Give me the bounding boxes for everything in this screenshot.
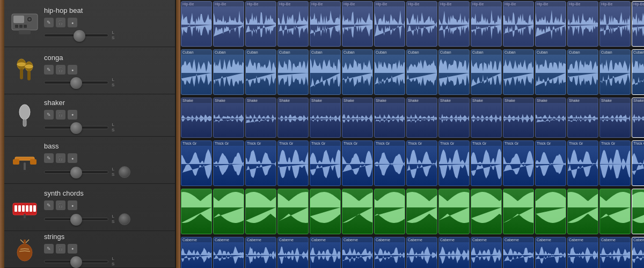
clip-strings-8[interactable]: Caberne bbox=[438, 237, 470, 268]
clip-synth-6[interactable] bbox=[374, 189, 405, 234]
clip-strings-11[interactable]: Caberne bbox=[535, 237, 566, 268]
clip-synth-0[interactable] bbox=[181, 189, 212, 234]
clip-strings-9[interactable]: Caberne bbox=[471, 237, 502, 268]
clip-conga-6[interactable]: Cuban bbox=[374, 49, 405, 95]
clip-hiphop-0[interactable]: Hip-Be bbox=[181, 1, 212, 47]
clip-bass-5[interactable]: Thick Gr bbox=[342, 140, 373, 186]
clip-shaker-1[interactable]: Shake bbox=[213, 98, 244, 138]
clip-bass-1[interactable]: Thick Gr bbox=[213, 140, 244, 186]
clip-strings-3[interactable]: Caberne bbox=[277, 237, 309, 268]
clip-conga-9[interactable]: Cuban bbox=[471, 49, 502, 95]
clip-conga-3[interactable]: Cuban bbox=[277, 49, 309, 95]
clip-bass-10[interactable]: Thick Gr bbox=[503, 140, 534, 186]
clip-conga-5[interactable]: Cuban bbox=[342, 49, 373, 95]
clip-hiphop-12[interactable]: Hip-Be bbox=[567, 1, 598, 47]
clip-synth-4[interactable] bbox=[310, 189, 341, 234]
clip-synth-7[interactable] bbox=[406, 189, 437, 234]
fader-track-synth[interactable] bbox=[44, 218, 108, 221]
clip-hiphop-2[interactable]: Hip-Be bbox=[245, 1, 276, 47]
clip-hiphop-1[interactable]: Hip-Be bbox=[213, 1, 244, 47]
clip-hiphop-3[interactable]: Hip-Be bbox=[277, 1, 309, 47]
clip-synth-14[interactable] bbox=[632, 189, 644, 234]
clip-shaker-11[interactable]: Shake bbox=[535, 98, 566, 138]
edit-button-strings[interactable]: ✎ bbox=[44, 244, 54, 254]
edit-button-hiphop[interactable]: ✎ bbox=[44, 18, 54, 27]
clip-conga-4[interactable]: Cuban bbox=[310, 49, 341, 95]
clip-hiphop-13[interactable]: Hip-Be bbox=[599, 1, 631, 47]
clip-bass-6[interactable]: Thick Gr bbox=[374, 140, 405, 186]
clip-hiphop-9[interactable]: Hip-Be bbox=[471, 1, 502, 47]
clip-hiphop-10[interactable]: Hip-Be bbox=[503, 1, 534, 47]
clip-shaker-4[interactable]: Shake bbox=[310, 98, 341, 138]
fader-track-bass[interactable] bbox=[44, 170, 108, 174]
clip-bass-3[interactable]: Thick Gr bbox=[277, 140, 309, 186]
clip-conga-0[interactable]: Cuban bbox=[181, 49, 212, 95]
clip-synth-2[interactable] bbox=[245, 189, 276, 234]
clip-bass-0[interactable]: Thick Gr bbox=[181, 140, 212, 186]
clip-strings-7[interactable]: Caberne bbox=[406, 237, 437, 268]
headphone-button-conga[interactable]: 🎧 bbox=[56, 65, 65, 75]
clip-conga-13[interactable]: Cuban bbox=[599, 49, 631, 95]
clip-strings-6[interactable]: Caberne bbox=[374, 237, 405, 268]
clip-synth-12[interactable] bbox=[567, 189, 598, 234]
clip-shaker-13[interactable]: Shake bbox=[599, 98, 631, 138]
clip-synth-3[interactable] bbox=[277, 189, 309, 234]
mute-button-bass[interactable]: ● bbox=[68, 153, 77, 163]
clip-strings-4[interactable]: Caberne bbox=[310, 237, 341, 268]
clip-shaker-3[interactable]: Shake bbox=[277, 98, 309, 138]
fader-thumb-conga[interactable] bbox=[70, 77, 82, 89]
fader-track-shaker[interactable] bbox=[44, 126, 108, 129]
clip-shaker-5[interactable]: Shake bbox=[342, 98, 373, 138]
fader-thumb-shaker[interactable] bbox=[70, 122, 82, 134]
clip-synth-5[interactable] bbox=[342, 189, 373, 234]
headphone-button-synth[interactable]: 🎧 bbox=[56, 200, 65, 210]
clip-synth-9[interactable] bbox=[471, 189, 502, 234]
fader-track-strings[interactable] bbox=[44, 260, 108, 263]
clip-shaker-2[interactable]: Shake bbox=[245, 98, 276, 138]
fader-track-hiphop[interactable] bbox=[44, 34, 108, 37]
fader-thumb-bass[interactable] bbox=[70, 167, 82, 178]
clip-strings-2[interactable]: Caberne bbox=[245, 237, 276, 268]
clip-conga-11[interactable]: Cuban bbox=[535, 49, 566, 95]
clip-conga-10[interactable]: Cuban bbox=[503, 49, 534, 95]
fader-track-conga[interactable] bbox=[44, 81, 108, 84]
clip-conga-14[interactable]: Cuban bbox=[632, 49, 644, 95]
mute-button-hiphop[interactable]: ● bbox=[68, 18, 77, 27]
edit-button-bass[interactable]: ✎ bbox=[44, 153, 54, 163]
clip-hiphop-8[interactable]: Hip-Be bbox=[438, 1, 470, 47]
clip-hiphop-14[interactable]: Hip-Be bbox=[632, 1, 644, 47]
clip-bass-13[interactable]: Thick Gr bbox=[599, 140, 631, 186]
clip-bass-12[interactable]: Thick Gr bbox=[567, 140, 598, 186]
clip-shaker-0[interactable]: Shake bbox=[181, 98, 212, 138]
pan-knob-synth[interactable] bbox=[119, 213, 130, 225]
clip-shaker-10[interactable]: Shake bbox=[503, 98, 534, 138]
clip-shaker-8[interactable]: Shake bbox=[438, 98, 470, 138]
edit-button-shaker[interactable]: ✎ bbox=[44, 110, 54, 120]
clip-hiphop-7[interactable]: Hip-Be bbox=[406, 1, 437, 47]
clip-strings-14[interactable]: Caberne bbox=[632, 237, 644, 268]
clip-hiphop-11[interactable]: Hip-Be bbox=[535, 1, 566, 47]
clip-conga-1[interactable]: Cuban bbox=[213, 49, 244, 95]
clip-hiphop-5[interactable]: Hip-Be bbox=[342, 1, 373, 47]
edit-button-conga[interactable]: ✎ bbox=[44, 65, 54, 75]
clip-synth-13[interactable] bbox=[599, 189, 631, 234]
clip-hiphop-6[interactable]: Hip-Be bbox=[374, 1, 405, 47]
clip-bass-4[interactable]: Thick Gr bbox=[310, 140, 341, 186]
headphone-button-hiphop[interactable]: 🎧 bbox=[56, 18, 65, 27]
clip-bass-11[interactable]: Thick Gr bbox=[535, 140, 566, 186]
clip-shaker-6[interactable]: Shake bbox=[374, 98, 405, 138]
clip-shaker-9[interactable]: Shake bbox=[471, 98, 502, 138]
fader-thumb-synth[interactable] bbox=[70, 214, 82, 226]
clip-strings-13[interactable]: Caberne bbox=[599, 237, 631, 268]
mute-button-shaker[interactable]: ● bbox=[68, 110, 77, 120]
clip-synth-11[interactable] bbox=[535, 189, 566, 234]
clip-hiphop-4[interactable]: Hip-Be bbox=[310, 1, 341, 47]
clip-conga-8[interactable]: Cuban bbox=[438, 49, 470, 95]
clip-strings-1[interactable]: Caberne bbox=[213, 237, 244, 268]
clip-synth-8[interactable] bbox=[438, 189, 470, 234]
clip-shaker-14[interactable]: Shake bbox=[632, 98, 644, 138]
clip-strings-0[interactable]: Caberne bbox=[181, 237, 212, 268]
clip-bass-7[interactable]: Thick Gr bbox=[406, 140, 437, 186]
mute-button-strings[interactable]: ● bbox=[68, 244, 77, 254]
edit-button-synth[interactable]: ✎ bbox=[44, 200, 54, 210]
